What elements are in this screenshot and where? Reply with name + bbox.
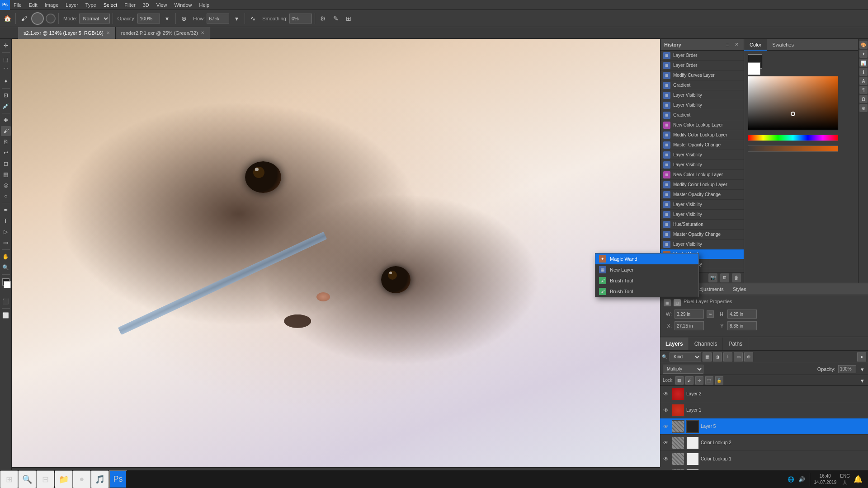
taskbar-ps-btn[interactable]: Ps (109, 470, 127, 488)
mode-select[interactable]: Normal Multiply Screen (79, 14, 110, 23)
crop-tool[interactable]: ⊡ (1, 90, 11, 100)
rp-glyphs-icon[interactable]: Ω (859, 95, 868, 103)
layers-mode-select[interactable]: Multiply Normal Screen Overlay (663, 365, 703, 374)
quick-mask-btn[interactable]: ⬛ (1, 296, 11, 306)
opacity-input[interactable] (137, 14, 160, 23)
rp-histogram-icon[interactable]: 📊 (859, 59, 868, 67)
smoothing-input[interactable] (289, 14, 312, 23)
layer-vis-cl2[interactable]: 👁 (662, 439, 670, 447)
pressure-btn[interactable]: ⊕ (179, 13, 189, 24)
rp-transform-icon[interactable]: ⊕ (859, 104, 868, 112)
rp-info-icon[interactable]: ℹ (859, 68, 868, 76)
menu-edit[interactable]: Edit (25, 0, 41, 10)
history-item-vis-1[interactable]: ▦ Layer Visibility (660, 90, 744, 100)
history-item-master-3[interactable]: ▦ Master Opacity Change (660, 230, 744, 239)
pressure2-btn[interactable]: ✎ (330, 13, 341, 24)
brush-hardness-btn[interactable] (46, 14, 56, 23)
menu-image[interactable]: Image (41, 0, 62, 10)
y-input[interactable] (727, 321, 757, 330)
history-item-gradient-2[interactable]: ▦ Gradient (660, 110, 744, 120)
lasso-tool[interactable]: ⌒ (1, 66, 11, 75)
stamp-tool[interactable]: ⎘ (1, 137, 11, 147)
menu-file[interactable]: File (10, 0, 25, 10)
path-selection-tool[interactable]: ▷ (1, 227, 11, 237)
taskbar-chrome-btn[interactable]: ● (73, 470, 91, 488)
layers-opacity-input[interactable] (838, 365, 856, 373)
history-item-modify-color-1[interactable]: ▦ Modify Color Lookup Layer (660, 130, 744, 140)
brush-size-btn[interactable] (31, 12, 44, 25)
history-item-hue-sat[interactable]: ▦ Hue/Saturation (660, 220, 744, 230)
history-close-btn[interactable]: ✕ (733, 41, 740, 48)
menu-filter[interactable]: Filter (121, 0, 139, 10)
taskbar-taskview-btn[interactable]: ⊟ (36, 470, 54, 488)
filter-adj-btn[interactable]: ◑ (713, 352, 722, 361)
h-input[interactable] (727, 310, 757, 319)
doc-tab-2[interactable]: render2.P.1.exr @ 25% (Green/32) ✕ (116, 27, 210, 39)
layer-item-layer1[interactable]: 👁 Layer 1 (660, 402, 868, 418)
menu-window[interactable]: Window (170, 0, 195, 10)
color-alpha-slider[interactable] (748, 145, 838, 152)
history-item-vis-4[interactable]: ▦ Layer Visibility (660, 160, 744, 170)
history-new-doc-btn[interactable]: 🗎 (720, 273, 729, 282)
menu-help[interactable]: Help (196, 0, 213, 10)
layer-vis-1[interactable]: 👁 (662, 406, 670, 414)
color-hue-slider[interactable] (748, 135, 838, 141)
brush-tool[interactable]: 🖌 (1, 126, 11, 136)
history-item-vis-7[interactable]: ▦ Layer Visibility (660, 239, 744, 249)
shape-tool[interactable]: ▭ (1, 238, 11, 248)
flow-input[interactable] (207, 14, 229, 23)
taskbar-explorer-btn[interactable]: 📁 (55, 470, 73, 488)
layer-vis-5[interactable]: 👁 (662, 422, 670, 431)
filter-pixel-btn[interactable]: ▦ (703, 352, 712, 361)
flow-options-btn[interactable]: ▾ (231, 13, 242, 24)
gradient-tool[interactable]: ▦ (1, 169, 11, 179)
history-collapse-btn[interactable]: ≡ (724, 41, 731, 48)
settings-btn[interactable]: ⚙ (318, 13, 329, 24)
ctx-item-magic-wand[interactable]: ✦ Magic Wand (595, 253, 698, 264)
color-tab-color[interactable]: Color (744, 39, 767, 51)
menu-layer[interactable]: Layer (62, 0, 82, 10)
ctx-item-brush-tool-1[interactable]: 🖌 Brush Tool (595, 275, 698, 286)
layers-filter-select[interactable]: Kind Name Effect (670, 352, 701, 361)
selection-tool[interactable]: ⬚ (1, 55, 11, 65)
fill-arrow-btn[interactable]: ▾ (859, 377, 865, 384)
taskbar-media-btn[interactable]: 🎵 (91, 470, 109, 488)
symmetry-btn[interactable]: ⊞ (343, 13, 354, 24)
layers-tab-paths[interactable]: Paths (723, 338, 748, 350)
type-tool[interactable]: T (1, 216, 11, 226)
dodge-tool[interactable]: ○ (1, 191, 11, 201)
history-item-layer-order-1[interactable]: ▦ Layer Order (660, 51, 744, 61)
layers-tab-layers[interactable]: Layers (660, 338, 689, 350)
history-item-modify-curves[interactable]: ▦ Modify Curves Layer (660, 70, 744, 80)
history-item-new-color-2[interactable]: ▦ New Color Lookup Layer (660, 170, 744, 180)
zoom-tool[interactable]: 🔍 (1, 263, 11, 272)
lock-position-btn[interactable]: ✛ (695, 376, 703, 385)
home-btn[interactable]: 🏠 (2, 13, 13, 24)
menu-select[interactable]: Select (100, 0, 121, 10)
history-item-master-1[interactable]: ▦ Master Opacity Change (660, 140, 744, 150)
rp-color-icon[interactable]: 🎨 (859, 41, 868, 49)
filter-toggle-btn[interactable]: ● (857, 352, 866, 361)
w-input[interactable] (675, 310, 704, 319)
taskbar-start-btn[interactable]: ⊞ (0, 470, 18, 488)
prop-tab-styles[interactable]: Styles (728, 283, 751, 295)
filter-smart-btn[interactable]: ⊕ (744, 352, 753, 361)
lock-transparency-btn[interactable]: ▦ (675, 376, 684, 385)
rp-paragraph-icon[interactable]: ¶ (859, 86, 868, 94)
hand-tool[interactable]: ✋ (1, 252, 11, 262)
history-item-layer-order-2[interactable]: ▦ Layer Order (660, 61, 744, 70)
ctx-item-new-layer[interactable]: ▦ New Layer (595, 264, 698, 275)
bg-color-swatch[interactable] (4, 281, 11, 288)
link-wh-btn[interactable]: ∞ (707, 310, 714, 318)
brush-tool-btn[interactable]: 🖌 (19, 13, 29, 24)
rp-adjust-icon[interactable]: ✦ (859, 50, 868, 58)
rp-character-icon[interactable]: A (859, 77, 868, 85)
opacity-arrow-btn[interactable]: ▾ (859, 366, 865, 372)
healing-tool[interactable]: ✚ (1, 115, 11, 125)
menu-3d[interactable]: 3D (139, 0, 153, 10)
history-delete-btn[interactable]: 🗑 (732, 273, 741, 282)
layer-item-layer5[interactable]: 👁 Layer 5 (660, 418, 868, 435)
ctx-item-brush-tool-2[interactable]: 🖌 Brush Tool (595, 286, 698, 297)
eraser-tool[interactable]: ◻ (1, 159, 11, 169)
screen-mode-btn[interactable]: ⬜ (1, 310, 11, 320)
